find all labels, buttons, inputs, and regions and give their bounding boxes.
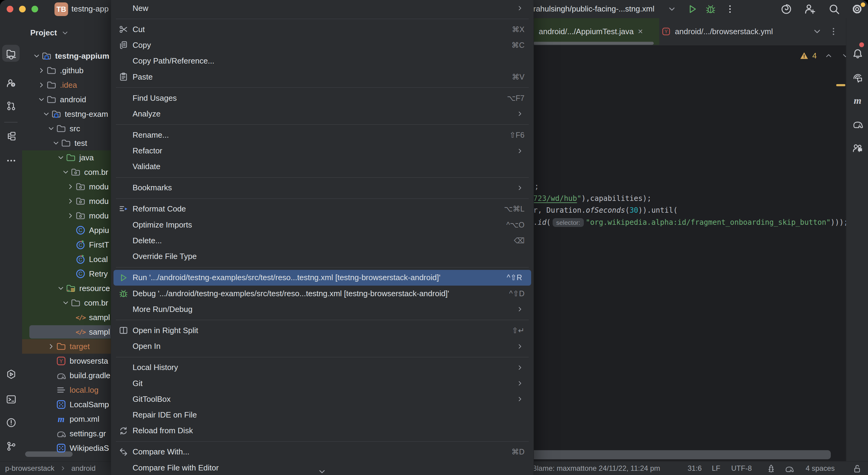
git-blame-widget[interactable]: Blame: maxmattone 24/11/22, 11:24 pm: [532, 462, 660, 475]
tree-item--idea[interactable]: .idea: [22, 78, 111, 92]
breadcrumb-module[interactable]: p-browserstack: [5, 464, 55, 473]
run-configuration-selector[interactable]: rahulsingh/public-facing-...stng.xml: [533, 4, 663, 13]
menu-item-local[interactable]: Local History: [111, 360, 534, 376]
menu-item-delete[interactable]: Delete...⌫: [111, 233, 534, 248]
git-stripe-button[interactable]: [0, 437, 22, 456]
tree-item-java[interactable]: java: [22, 150, 111, 165]
gradle-elephant-stripe-button[interactable]: [846, 114, 868, 134]
tab-list-chevron-icon[interactable]: [812, 27, 822, 36]
project-avatar[interactable]: TB: [55, 2, 68, 16]
maximize-window-icon[interactable]: [31, 6, 38, 12]
tree-item-settings-gr[interactable]: settings.gr: [22, 426, 111, 441]
project-view-header[interactable]: Project: [30, 28, 69, 37]
menu-item-new[interactable]: New: [111, 0, 534, 16]
tab-appiumtest-java[interactable]: android/.../AppiumTest.java ×: [533, 18, 659, 45]
menu-item-override[interactable]: Override File Type: [111, 249, 534, 264]
tree-item-retry[interactable]: CRetry: [22, 266, 111, 281]
tree-item-src[interactable]: src: [22, 121, 111, 136]
chevron-right-icon[interactable]: [37, 81, 46, 90]
chevron-right-icon[interactable]: [66, 197, 75, 206]
menu-item-run[interactable]: Run '.../android/testng-examples/src/tes…: [114, 270, 531, 286]
tree-item-resource[interactable]: resource: [22, 281, 111, 295]
chevron-down-icon[interactable]: [61, 168, 70, 177]
share-feedback-stripe-button[interactable]: [846, 68, 868, 88]
tree-item-test[interactable]: test: [22, 136, 111, 150]
tree-item-testng-exam[interactable]: testng-exam: [22, 107, 111, 121]
tree-item-target[interactable]: target: [22, 339, 111, 354]
tree-item-pom-xml[interactable]: mpom.xml: [22, 412, 111, 426]
chevron-down-icon[interactable]: [52, 138, 61, 148]
menu-scroll-down-icon[interactable]: [317, 467, 327, 474]
tree-item-local[interactable]: CLocal: [22, 252, 111, 266]
add-user-icon[interactable]: [804, 3, 816, 15]
menu-item-optimize[interactable]: Optimize Imports^⌥O: [111, 217, 534, 233]
close-tab-icon[interactable]: ×: [638, 27, 643, 36]
menu-item-more[interactable]: More Run/Debug: [111, 301, 534, 317]
search-icon[interactable]: [828, 3, 840, 15]
menu-item-refactor[interactable]: Refactor: [111, 143, 534, 159]
chevron-right-icon[interactable]: [37, 66, 46, 75]
chevron-down-icon[interactable]: [61, 298, 70, 307]
minimize-window-icon[interactable]: [19, 6, 26, 12]
tree-item-build-gradle[interactable]: build.gradle: [22, 368, 111, 383]
indent-widget[interactable]: 4 spaces: [806, 462, 835, 475]
tree-plugin-icon[interactable]: [766, 464, 776, 474]
menu-item-find[interactable]: Find Usages⌥F7: [111, 90, 534, 106]
notifications-stripe-button[interactable]: [846, 44, 868, 64]
caret-position-widget[interactable]: 31:6: [688, 462, 702, 475]
menu-item-analyze[interactable]: Analyze: [111, 106, 534, 122]
run-config-chevron-icon[interactable]: [666, 3, 678, 15]
tab-options-kebab-icon[interactable]: [829, 27, 838, 36]
run-button[interactable]: [686, 3, 699, 15]
tree-item-sampl[interactable]: </>sampl: [22, 310, 111, 325]
tree-item-browsersta[interactable]: Ybrowsersta: [22, 354, 111, 368]
more-stripe-button[interactable]: [0, 151, 22, 170]
unlock-icon[interactable]: [852, 464, 862, 474]
structure-stripe-button[interactable]: [0, 126, 22, 146]
menu-item-cut[interactable]: Cut⌘X: [111, 22, 534, 37]
tree-item-appiu[interactable]: CAppiu: [22, 223, 111, 238]
tree-item-local-log[interactable]: local.log: [22, 383, 111, 397]
menu-item-copy[interactable]: Copy Path/Reference...: [111, 53, 534, 69]
editor-horizontal-scrollbar[interactable]: [530, 450, 831, 459]
error-stripe-warning-mark[interactable]: [836, 84, 845, 86]
menu-item-open[interactable]: Open In: [111, 339, 534, 354]
debug-button[interactable]: [705, 3, 717, 15]
close-window-icon[interactable]: [7, 6, 13, 12]
chevron-down-icon[interactable]: [42, 109, 51, 119]
tree-item-sampl[interactable]: </>sampl: [22, 325, 111, 339]
previous-warning-icon[interactable]: [825, 52, 833, 60]
menu-item-copy[interactable]: Copy⌘C: [111, 37, 534, 53]
editor-area[interactable]: 4 ;723/wd/hub"),capabilities);r, Duratio…: [533, 45, 846, 461]
contributors-stripe-button[interactable]: ?: [0, 73, 22, 93]
menu-item-validate[interactable]: Validate: [111, 159, 534, 175]
tree-item-firstt[interactable]: CFirstT: [22, 238, 111, 252]
tree-item-modu[interactable]: modu: [22, 209, 111, 223]
menu-item-gittoolbox[interactable]: GitToolBox: [111, 391, 534, 407]
tree-item-com-br[interactable]: com.br: [22, 165, 111, 180]
project-view-chevron-icon[interactable]: [61, 29, 69, 37]
menu-item-open[interactable]: Open in Right Split⇧↵: [111, 322, 534, 338]
pull-request-stripe-button[interactable]: [0, 96, 22, 116]
chevron-right-icon[interactable]: [46, 342, 56, 351]
more-actions-icon[interactable]: [724, 3, 736, 15]
services-stripe-button[interactable]: [0, 365, 22, 384]
tree-item-modu[interactable]: modu: [22, 180, 111, 194]
menu-item-paste[interactable]: Paste⌘V: [111, 69, 534, 85]
menu-item-reformat[interactable]: Reformat Code⌥⌘L: [111, 201, 534, 217]
menu-item-repair[interactable]: Repair IDE on File: [111, 407, 534, 423]
chevron-down-icon[interactable]: [37, 95, 46, 104]
tree-item-testng-appium[interactable]: testng-appium: [22, 49, 111, 63]
tab-browserstack-yml[interactable]: Y android/.../browserstack.yml: [654, 18, 795, 45]
encoding-widget[interactable]: UTF-8: [731, 462, 752, 475]
chevron-right-icon[interactable]: [66, 211, 75, 220]
tree-item-android[interactable]: android: [22, 92, 111, 107]
menu-item-bookmarks[interactable]: Bookmarks: [111, 180, 534, 196]
line-separator-widget[interactable]: LF: [712, 462, 720, 475]
breadcrumb-folder[interactable]: android: [71, 464, 96, 473]
inspections-widget[interactable]: 4: [800, 49, 850, 62]
menu-item-reload[interactable]: Reload from Disk: [111, 423, 534, 439]
chevron-down-icon[interactable]: [32, 52, 41, 61]
tab-scroll-thumb[interactable]: [533, 42, 654, 45]
collaboration-stripe-button[interactable]: [846, 138, 868, 158]
